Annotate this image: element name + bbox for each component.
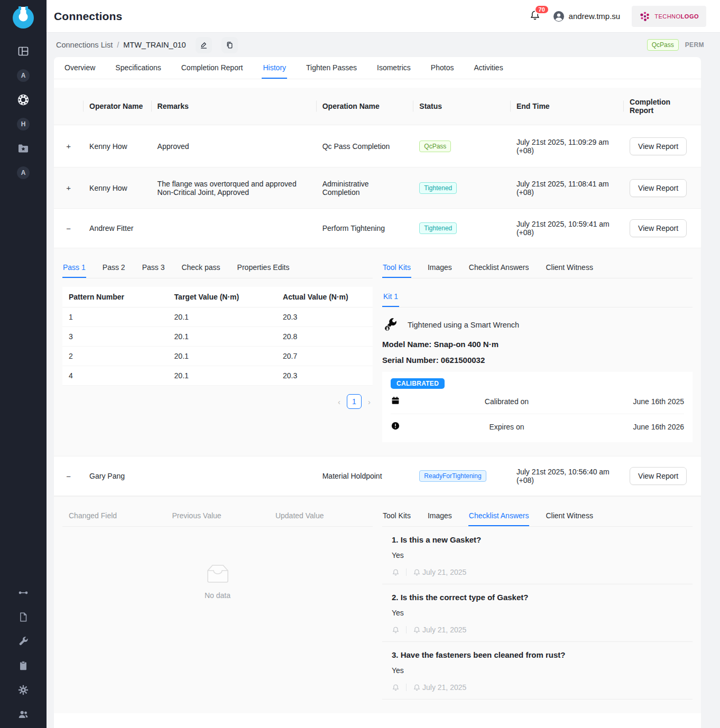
remarks bbox=[151, 470, 316, 482]
user-menu[interactable]: andrew.tmp.su bbox=[552, 10, 621, 23]
remarks bbox=[151, 222, 316, 235]
end-time: July 21st 2025, 10:56:40 am (+08) bbox=[510, 461, 623, 491]
pagination: ‹ 1 › bbox=[62, 386, 373, 411]
tab-tool-kits[interactable]: Tool Kits bbox=[382, 259, 411, 278]
tab-check-pass[interactable]: Check pass bbox=[181, 259, 220, 278]
wrench-icon[interactable] bbox=[17, 635, 30, 648]
no-data-inbox-icon bbox=[201, 562, 234, 586]
end-time: July 21st 2025, 11:08:41 am (+08) bbox=[510, 173, 623, 203]
pagination-page-1[interactable]: 1 bbox=[347, 394, 362, 409]
changes-table-header: Changed Field Previous Value Updated Val… bbox=[62, 511, 373, 527]
expand-toggle[interactable]: + bbox=[66, 142, 71, 150]
operator-name: Kenny How bbox=[83, 178, 151, 199]
view-report-button[interactable]: View Report bbox=[630, 467, 687, 485]
expanded-tightening-detail: Pass 1 Pass 2 Pass 3 Check pass Properti… bbox=[54, 248, 701, 456]
calendar-icon bbox=[391, 396, 400, 405]
checklist-date: July 21, 2025 bbox=[422, 626, 466, 634]
sidebar-item-a1[interactable]: A bbox=[17, 69, 30, 82]
tab-pass-3[interactable]: Pass 3 bbox=[142, 259, 165, 278]
breadcrumb-connections-list[interactable]: Connections List bbox=[56, 41, 113, 49]
tab-pass-2[interactable]: Pass 2 bbox=[102, 259, 126, 278]
tab-kit-1[interactable]: Kit 1 bbox=[382, 289, 399, 307]
folder-star-icon[interactable] bbox=[17, 142, 30, 155]
toolkit-pane: Tool Kits Images Checklist Answers Clien… bbox=[382, 259, 693, 442]
tab-properties-edits[interactable]: Properties Edits bbox=[237, 259, 290, 278]
main-tab-bar: Overview Specifications Completion Repor… bbox=[54, 57, 701, 79]
bell-icon bbox=[413, 684, 421, 692]
model-name: Model Name: Snap-on 400 N·m bbox=[382, 340, 693, 349]
clipboard-icon[interactable] bbox=[17, 659, 30, 672]
calibrated-on-row: Calibrated on June 16th 2025 bbox=[391, 389, 684, 414]
collapse-toggle[interactable]: − bbox=[66, 225, 71, 232]
serial-number: Serial Number: 0621500032 bbox=[382, 356, 693, 365]
status-badge: Tightened bbox=[419, 222, 457, 234]
tab-client-witness[interactable]: Client Witness bbox=[545, 507, 593, 526]
connections-link-icon[interactable] bbox=[17, 586, 30, 599]
copy-button[interactable] bbox=[221, 37, 238, 53]
sidebar-item-h[interactable]: H bbox=[17, 118, 30, 130]
tab-checklist-answers[interactable]: Checklist Answers bbox=[468, 507, 530, 526]
users-icon[interactable] bbox=[17, 708, 30, 721]
bell-icon bbox=[392, 568, 400, 576]
checklist-answer: Yes bbox=[392, 609, 693, 617]
operation-name: Qc Pass Completion bbox=[316, 136, 413, 157]
checklist-question: 2. Is this the correct type of Gasket? bbox=[392, 593, 693, 602]
tab-history[interactable]: History bbox=[262, 57, 287, 79]
brand-name: TECHNOLOGO bbox=[654, 13, 699, 20]
passes-pane: Pass 1 Pass 2 Pass 3 Check pass Properti… bbox=[62, 259, 373, 442]
tab-images[interactable]: Images bbox=[427, 507, 453, 526]
tab-tighten-passes[interactable]: Tighten Passes bbox=[305, 57, 358, 79]
tab-completion-report[interactable]: Completion Report bbox=[180, 57, 244, 79]
tab-checklist-answers[interactable]: Checklist Answers bbox=[468, 259, 530, 278]
empty-state: No data bbox=[62, 562, 373, 600]
sidebar-item-a2[interactable]: A bbox=[17, 166, 30, 179]
changes-pane: Changed Field Previous Value Updated Val… bbox=[62, 507, 373, 699]
table-row: 120.120.3 bbox=[62, 307, 373, 327]
document-icon[interactable] bbox=[17, 611, 30, 623]
no-data-label: No data bbox=[205, 591, 230, 600]
tab-tool-kits[interactable]: Tool Kits bbox=[382, 507, 411, 526]
history-table-header: Operator Name Remarks Operation Name Sta… bbox=[54, 88, 701, 125]
end-time: July 21st 2025, 10:59:41 am (+08) bbox=[510, 213, 623, 243]
tab-pass-1[interactable]: Pass 1 bbox=[62, 259, 86, 278]
view-report-button[interactable]: View Report bbox=[630, 137, 687, 155]
status-badge: QcPass bbox=[419, 141, 451, 152]
content-card: Overview Specifications Completion Repor… bbox=[54, 57, 701, 728]
pass-tab-bar: Pass 1 Pass 2 Pass 3 Check pass Properti… bbox=[62, 259, 373, 278]
dashboard-icon[interactable] bbox=[17, 45, 30, 58]
operator-name: Kenny How bbox=[83, 136, 151, 157]
checklist-answer: Yes bbox=[392, 551, 693, 559]
operator-name: Gary Pang bbox=[83, 465, 151, 487]
view-report-button[interactable]: View Report bbox=[630, 179, 687, 197]
end-time: July 21st 2025, 11:09:29 am (+08) bbox=[510, 132, 623, 161]
checklist-tab-bar: Tool Kits Images Checklist Answers Clien… bbox=[382, 507, 693, 527]
expand-toggle[interactable]: + bbox=[66, 184, 71, 192]
tab-overview[interactable]: Overview bbox=[63, 57, 96, 79]
copy-icon bbox=[225, 41, 234, 50]
settings-gear-icon[interactable] bbox=[17, 684, 30, 696]
smart-wrench-icon bbox=[382, 317, 398, 333]
tab-specifications[interactable]: Specifications bbox=[114, 57, 162, 79]
notification-count-badge: 70 bbox=[534, 5, 549, 14]
remarks: The flange was overtorqued and approved … bbox=[151, 173, 316, 203]
table-row: 220.120.7 bbox=[62, 347, 373, 366]
tab-photos[interactable]: Photos bbox=[430, 57, 455, 79]
flange-icon[interactable] bbox=[17, 94, 30, 106]
pagination-next[interactable]: › bbox=[368, 397, 371, 406]
notifications-bell-icon[interactable]: 70 bbox=[529, 10, 541, 23]
collapse-toggle[interactable]: − bbox=[66, 472, 71, 480]
sidebar: A H A bbox=[0, 0, 47, 728]
app-logo-wrench-icon[interactable] bbox=[12, 6, 35, 31]
pagination-prev[interactable]: ‹ bbox=[338, 397, 340, 406]
tab-images[interactable]: Images bbox=[427, 259, 453, 278]
pencil-icon bbox=[199, 41, 208, 50]
view-report-button[interactable]: View Report bbox=[630, 219, 687, 237]
table-row: 320.120.8 bbox=[62, 327, 373, 347]
toolkit-description: Tightened using a Smart Wrench bbox=[408, 321, 519, 329]
edit-button[interactable] bbox=[196, 37, 212, 53]
tab-client-witness[interactable]: Client Witness bbox=[545, 259, 593, 278]
table-row: 420.120.3 bbox=[62, 366, 373, 386]
table-row: − Gary Pang Material Holdpoint ReadyForT… bbox=[54, 456, 701, 496]
tab-isometrics[interactable]: Isometrics bbox=[376, 57, 412, 79]
tab-activities[interactable]: Activities bbox=[473, 57, 504, 79]
